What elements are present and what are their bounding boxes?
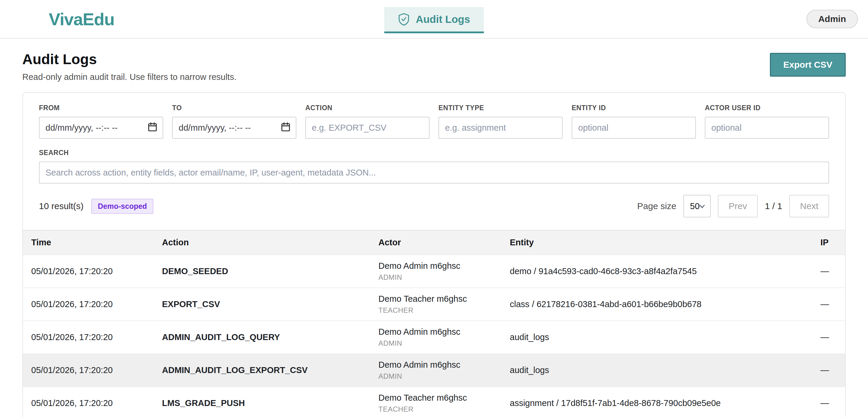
page-head-text: Audit Logs Read-only admin audit trail. … xyxy=(22,51,236,82)
results-bar: 10 result(s) Demo-scoped Page size 50 Pr… xyxy=(23,183,845,230)
cell-time: 05/01/2026, 17:20:20 xyxy=(23,260,154,282)
cell-ip: — xyxy=(812,392,845,414)
cell-actor: Demo Admin m6ghsc ADMIN xyxy=(370,255,501,287)
calendar-icon[interactable] xyxy=(281,122,290,134)
page-head: Audit Logs Read-only admin audit trail. … xyxy=(0,39,868,82)
calendar-icon[interactable] xyxy=(148,122,157,134)
column-header-time: Time xyxy=(23,231,154,254)
actor-name: Demo Teacher m6ghsc xyxy=(378,294,493,304)
prev-page-button[interactable]: Prev xyxy=(718,195,758,217)
actor-role: ADMIN xyxy=(378,372,493,380)
page-indicator: 1 / 1 xyxy=(765,201,782,211)
demo-scoped-badge: Demo-scoped xyxy=(91,199,153,214)
actor-role: TEACHER xyxy=(378,405,493,413)
actor-role: ADMIN xyxy=(378,339,493,347)
entity-id-input[interactable] xyxy=(571,117,696,139)
table-row[interactable]: 05/01/2026, 17:20:20 ADMIN_AUDIT_LOG_EXP… xyxy=(23,353,845,386)
filter-grid: FROM dd/mm/yyyy, --:-- -- TO dd/mm/yy xyxy=(39,104,829,139)
actor-name: Demo Admin m6ghsc xyxy=(378,360,493,370)
cell-ip: — xyxy=(812,326,845,348)
actor-user-id-label: ACTOR USER ID xyxy=(705,104,829,112)
search-label: SEARCH xyxy=(39,149,829,157)
cell-actor: Demo Admin m6ghsc ADMIN xyxy=(370,321,501,353)
table-row[interactable]: 05/01/2026, 17:20:20 ADMIN_AUDIT_LOG_QUE… xyxy=(23,320,845,353)
cell-action: EXPORT_CSV xyxy=(154,293,370,315)
entity-type-input[interactable] xyxy=(438,117,563,139)
next-page-button[interactable]: Next xyxy=(789,195,829,217)
column-header-entity: Entity xyxy=(501,231,812,254)
tab-audit-logs-label: Audit Logs xyxy=(416,13,470,25)
to-label: TO xyxy=(172,104,297,112)
page-subtitle: Read-only admin audit trail. Use filters… xyxy=(22,72,236,82)
tab-audit-logs[interactable]: Audit Logs xyxy=(384,7,484,33)
actor-name: Demo Admin m6ghsc xyxy=(378,261,493,271)
table-row[interactable]: 05/01/2026, 17:20:20 LMS_GRADE_PUSH Demo… xyxy=(23,386,845,417)
entity-type-label: ENTITY TYPE xyxy=(438,104,563,112)
cell-entity: audit_logs xyxy=(501,359,812,381)
cell-actor: Demo Admin m6ghsc ADMIN xyxy=(370,354,501,386)
cell-action: DEMO_SEEDED xyxy=(154,260,370,282)
app-header: VivaEdu Audit Logs Admin xyxy=(0,0,868,39)
table-row[interactable]: 05/01/2026, 17:20:20 DEMO_SEEDED Demo Ad… xyxy=(23,254,845,287)
actor-name: Demo Admin m6ghsc xyxy=(378,327,493,337)
cell-ip: — xyxy=(812,260,845,282)
page-title: Audit Logs xyxy=(22,51,236,67)
cell-actor: Demo Teacher m6ghsc TEACHER xyxy=(370,387,501,417)
from-datetime-value: dd/mm/yyyy, --:-- -- xyxy=(45,123,148,133)
page-size-label: Page size xyxy=(637,201,677,211)
pagination: Page size 50 Prev 1 / 1 Next xyxy=(637,195,829,217)
column-header-action: Action xyxy=(154,231,370,254)
cell-action: ADMIN_AUDIT_LOG_QUERY xyxy=(154,326,370,348)
filter-field-entity-type: ENTITY TYPE xyxy=(438,104,563,139)
role-badge[interactable]: Admin xyxy=(806,10,858,28)
column-header-ip: IP xyxy=(812,231,845,254)
filter-field-actor-user-id: ACTOR USER ID xyxy=(705,104,829,139)
to-datetime-input[interactable]: dd/mm/yyyy, --:-- -- xyxy=(172,117,297,139)
cell-action: LMS_GRADE_PUSH xyxy=(154,392,370,414)
actor-role: ADMIN xyxy=(378,273,493,282)
filter-field-entity-id: ENTITY ID xyxy=(571,104,696,139)
from-datetime-input[interactable]: dd/mm/yyyy, --:-- -- xyxy=(39,117,163,139)
cell-action: ADMIN_AUDIT_LOG_EXPORT_CSV xyxy=(154,359,370,381)
filter-field-to: TO dd/mm/yyyy, --:-- -- xyxy=(172,104,297,139)
cell-actor: Demo Teacher m6ghsc TEACHER xyxy=(370,288,501,320)
column-header-actor: Actor xyxy=(370,231,501,254)
cell-entity: demo / 91a4c593-cad0-46c8-93c3-a8f4a2fa7… xyxy=(501,260,812,282)
search-input[interactable] xyxy=(39,162,829,183)
audit-log-card: FROM dd/mm/yyyy, --:-- -- TO dd/mm/yy xyxy=(22,92,846,417)
action-input[interactable] xyxy=(305,117,430,139)
cell-ip: — xyxy=(812,359,845,381)
cell-entity: audit_logs xyxy=(501,326,812,348)
action-label: ACTION xyxy=(305,104,430,112)
filter-field-from: FROM dd/mm/yyyy, --:-- -- xyxy=(39,104,163,139)
from-label: FROM xyxy=(39,104,163,112)
export-csv-button[interactable]: Export CSV xyxy=(770,53,846,77)
app-logo: VivaEdu xyxy=(49,9,115,29)
page-size-select[interactable]: 50 xyxy=(683,195,711,217)
cell-time: 05/01/2026, 17:20:20 xyxy=(23,392,154,414)
actor-role: TEACHER xyxy=(378,306,493,315)
table-header: Time Action Actor Entity IP xyxy=(23,230,845,254)
cell-time: 05/01/2026, 17:20:20 xyxy=(23,359,154,381)
shield-check-icon xyxy=(398,13,410,26)
result-count: 10 result(s) xyxy=(39,201,84,211)
filter-field-action: ACTION xyxy=(305,104,430,139)
actor-name: Demo Teacher m6ghsc xyxy=(378,393,493,403)
cell-time: 05/01/2026, 17:20:20 xyxy=(23,326,154,348)
search-row: SEARCH xyxy=(39,149,829,183)
cell-time: 05/01/2026, 17:20:20 xyxy=(23,293,154,315)
table-row[interactable]: 05/01/2026, 17:20:20 EXPORT_CSV Demo Tea… xyxy=(23,287,845,320)
cell-entity: assignment / 17d8f51f-7ab1-4de8-8678-790… xyxy=(501,392,812,414)
cell-ip: — xyxy=(812,293,845,315)
to-datetime-value: dd/mm/yyyy, --:-- -- xyxy=(179,123,281,133)
filter-panel: FROM dd/mm/yyyy, --:-- -- TO dd/mm/yy xyxy=(23,93,845,183)
cell-entity: class / 62178216-0381-4abd-a601-b66be9b0… xyxy=(501,293,812,315)
entity-id-label: ENTITY ID xyxy=(571,104,696,112)
actor-user-id-input[interactable] xyxy=(705,117,829,139)
